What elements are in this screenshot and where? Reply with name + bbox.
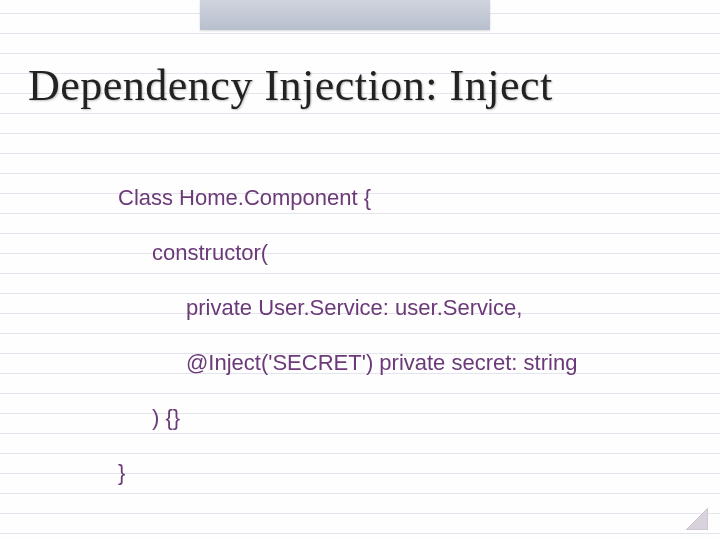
code-line-1: Class Home.Component { — [118, 170, 577, 225]
code-line-6: } — [118, 445, 577, 500]
code-line-3: private User.Service: user.Service, — [118, 280, 577, 335]
code-line-5: ) {} — [118, 390, 577, 445]
code-line-2: constructor( — [118, 225, 577, 280]
page-curl-icon — [686, 508, 708, 530]
top-accent-bar — [200, 0, 490, 30]
code-line-4: @Inject('SECRET') private secret: string — [118, 335, 577, 390]
code-block: Class Home.Component { constructor( priv… — [118, 170, 577, 500]
slide-title: Dependency Injection: Inject — [28, 60, 553, 111]
